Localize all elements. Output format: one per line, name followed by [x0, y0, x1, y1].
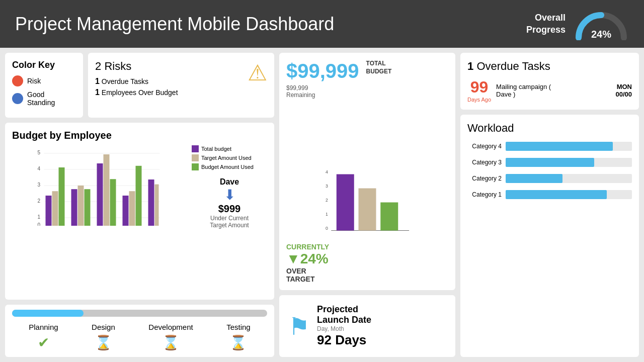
color-key-good: GoodStanding	[12, 90, 76, 107]
workload-bar-cat4	[506, 142, 632, 151]
workload-label-cat2: Category 2	[467, 175, 502, 182]
launch-date-label: Day, Moth	[317, 325, 371, 332]
overdue-item: 99 Days Ago Mailing campaign (Dave ) MON…	[467, 78, 632, 103]
risks-count: 2	[95, 60, 101, 72]
left-column: Color Key Risk GoodStanding 2 Risks ⚠ 1 …	[5, 53, 274, 357]
budget-mini-chart: 4 3 2 1 0	[286, 165, 448, 236]
svg-text:2: 2	[38, 198, 41, 204]
overdue-desc: Mailing campaign (Dave )	[496, 83, 610, 98]
workload-row-cat3: Category 3	[467, 158, 632, 167]
svg-text:2: 2	[326, 198, 328, 203]
progress-label: OverallProgress	[526, 12, 566, 36]
phase-development: Development ⌛	[148, 323, 193, 351]
svg-rect-16	[78, 186, 84, 226]
svg-rect-20	[110, 179, 116, 226]
workload-row-cat4: Category 4	[467, 142, 632, 151]
total-budget-label: TOTALBUDGET	[366, 60, 392, 75]
overdue-card: 1 Overdue Tasks 99 Days Ago Mailing camp…	[460, 53, 639, 110]
svg-rect-12	[46, 196, 52, 226]
phase-items: Planning ✔ Design ⌛ Development ⌛ Testin…	[12, 323, 267, 351]
color-key-risk: Risk	[12, 75, 76, 86]
chart-legend: Total budget Target Amount Used Budget A…	[192, 145, 267, 170]
phase-design: Design ⌛	[92, 323, 115, 351]
phase-planning-icon: ✔	[29, 334, 58, 351]
svg-text:3: 3	[326, 184, 328, 189]
phase-design-icon: ⌛	[92, 334, 115, 351]
legend-used: Budget Amount Used	[192, 163, 267, 170]
svg-text:1: 1	[326, 212, 328, 217]
workload-bars: Category 4 Category 3 Category 2	[467, 142, 632, 199]
currently-pct: ▼24%	[286, 251, 448, 267]
remaining-label: $99,999Remaining	[286, 84, 448, 99]
overdue-days: 99 Days Ago	[467, 78, 491, 103]
color-key-card: Color Key Risk GoodStanding	[5, 53, 83, 118]
workload-bar-cat2-fill	[506, 174, 562, 183]
workload-row-cat2: Category 2	[467, 174, 632, 183]
phases-card: Planning ✔ Design ⌛ Development ⌛ Testin…	[5, 305, 274, 357]
workload-card: Workload Category 4 Category 3 Category …	[460, 115, 639, 357]
phase-development-label: Development	[148, 323, 193, 331]
workload-bar-cat1	[506, 190, 632, 199]
progress-bar-fill	[12, 310, 84, 317]
svg-rect-14	[59, 167, 65, 226]
svg-text:0: 0	[38, 222, 41, 226]
risk-item-0: 1 Overdue Tasks	[95, 77, 267, 86]
overdue-ago: Days Ago	[467, 97, 491, 103]
phase-testing-icon: ⌛	[226, 334, 251, 351]
workload-row-cat1: Category 1	[467, 190, 632, 199]
svg-rect-17	[85, 189, 91, 226]
workload-bar-cat1-fill	[506, 190, 607, 199]
risks-card: 2 Risks ⚠ 1 Overdue Tasks 1 Employees Ov…	[88, 53, 274, 118]
good-dot	[12, 93, 23, 104]
phase-testing-label: Testing	[226, 323, 251, 331]
top-cards: Color Key Risk GoodStanding 2 Risks ⚠ 1 …	[5, 53, 274, 118]
currently-label: CURRENTLY	[286, 243, 448, 251]
dave-section: Dave ⬇ $999 Under CurrentTarget Amount	[192, 174, 267, 232]
gauge-percent: 24%	[591, 29, 611, 40]
page-title: Project Management Mobile Dashboard	[15, 14, 334, 35]
legend-box-purple	[192, 145, 199, 152]
launch-days: 92 Days	[317, 332, 371, 348]
budget-summary-card: $99,999 TOTALBUDGET $99,999Remaining 4 3…	[279, 53, 455, 290]
risk-label: Risk	[27, 77, 41, 85]
launch-card: ⚑ ProjectedLaunch Date Day, Moth 92 Days	[279, 295, 455, 357]
middle-column: $99,999 TOTALBUDGET $99,999Remaining 4 3…	[279, 53, 455, 357]
dave-label: Under CurrentTarget Amount	[195, 215, 264, 229]
svg-rect-24	[148, 179, 154, 226]
warning-icon: ⚠	[248, 60, 267, 85]
budget-by-employee-card: Budget by Employee 5 4 3 2 1 0	[5, 123, 274, 300]
svg-rect-18	[97, 163, 103, 226]
svg-rect-25	[155, 185, 159, 226]
legend-box-green	[192, 163, 199, 170]
dave-amount: $999	[195, 203, 264, 215]
svg-text:5: 5	[38, 150, 41, 155]
risks-title: 2 Risks	[95, 60, 267, 73]
svg-text:3: 3	[38, 182, 41, 188]
main-content: Color Key Risk GoodStanding 2 Risks ⚠ 1 …	[0, 48, 644, 362]
svg-rect-23	[136, 166, 142, 226]
legend-total: Total budget	[192, 145, 267, 152]
workload-bar-cat4-fill	[506, 142, 613, 151]
phase-planning-label: Planning	[29, 323, 58, 331]
risk-dot	[12, 75, 23, 86]
svg-rect-32	[337, 174, 354, 231]
workload-label-cat1: Category 1	[467, 191, 502, 198]
right-column: 1 Overdue Tasks 99 Days Ago Mailing camp…	[460, 53, 639, 357]
budget-bar-chart: 5 4 3 2 1 0	[12, 145, 182, 226]
workload-label-cat4: Category 4	[467, 143, 502, 150]
budget-amount: $99,999	[286, 60, 359, 82]
workload-label-cat3: Category 3	[467, 159, 502, 166]
legend-box-tan	[192, 154, 199, 161]
overdue-date: MON00/00	[615, 83, 632, 98]
overdue-title: 1 Overdue Tasks	[467, 60, 632, 73]
over-target-label: OVERTARGET	[286, 267, 448, 283]
overall-progress: OverallProgress 24%	[526, 8, 629, 40]
color-key-title: Color Key	[12, 60, 76, 70]
workload-title: Workload	[467, 122, 632, 135]
phase-design-label: Design	[92, 323, 115, 331]
workload-bar-cat3	[506, 158, 632, 167]
good-label: GoodStanding	[27, 90, 55, 107]
dave-name: Dave	[195, 177, 264, 187]
svg-rect-13	[52, 191, 58, 226]
launch-title: ProjectedLaunch Date	[317, 304, 371, 325]
